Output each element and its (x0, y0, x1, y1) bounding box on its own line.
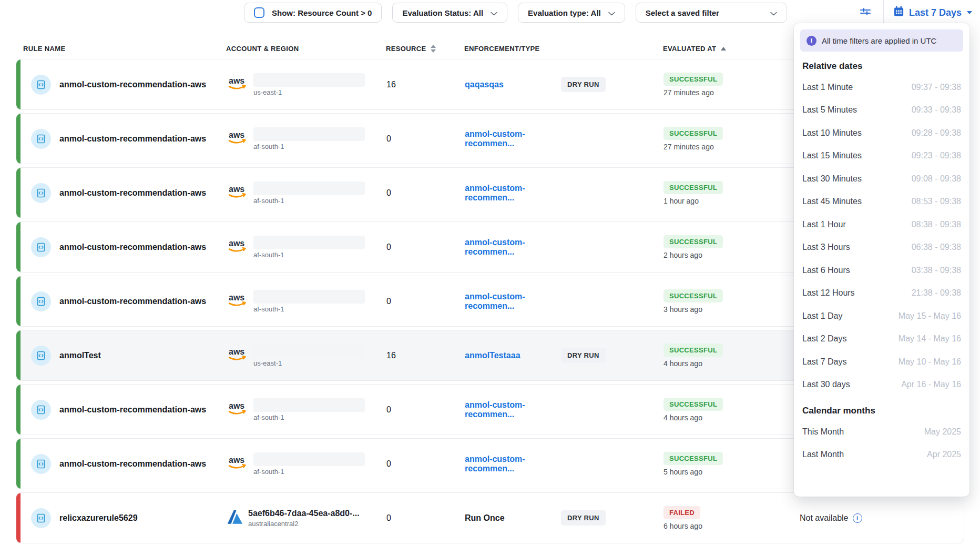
status-badge: SUCCESSFUL (663, 73, 723, 86)
account-id-redacted (253, 398, 365, 412)
relative-date-option[interactable]: Last 3 Hours 06:38 - 09:38 (794, 236, 969, 259)
azure-logo-icon (227, 509, 243, 528)
rule-name: anmol-custom-recommendation-aws (59, 59, 206, 109)
row-status-accent-bar (16, 168, 21, 218)
enforcement-link[interactable]: anmol-custom-recommen... (465, 400, 561, 419)
column-header-resource[interactable]: RESOURCE (386, 45, 436, 53)
column-header-enforcement-type: ENFORCEMENT/TYPE (464, 45, 540, 53)
saved-filter-select[interactable]: Select a saved filter (636, 3, 787, 23)
option-label: Last 6 Hours (802, 266, 850, 275)
row-status-accent-bar (16, 114, 21, 164)
dry-run-badge: DRY RUN (561, 510, 606, 526)
account-region-cell: aws af-south-1 (227, 276, 365, 326)
resource-count: 0 (386, 114, 391, 164)
utc-note-banner: i All time filters are applied in UTC (800, 29, 963, 52)
option-range: 06:38 - 09:38 (912, 243, 961, 252)
option-label: Last 1 Minute (802, 83, 853, 92)
rule-icon (31, 454, 51, 474)
enforcement-link[interactable]: anmol-custom-recommen... (465, 238, 561, 257)
chevron-down-icon (608, 8, 615, 17)
status-badge: SUCCESSFUL (663, 235, 723, 248)
dry-run-badge: DRY RUN (561, 348, 606, 363)
option-label: Last 30 days (802, 380, 850, 389)
relative-date-option[interactable]: Last 30 days Apr 16 - May 16 (794, 374, 969, 397)
account-region: australiacentral2 (248, 520, 360, 528)
rule-icon (31, 400, 51, 420)
relative-date-option[interactable]: Last 45 Minutes 08:53 - 09:38 (794, 190, 969, 214)
column-header-rule-name: RULE NAME (23, 45, 65, 53)
status-badge: FAILED (663, 506, 700, 519)
rule-icon (31, 183, 51, 203)
relative-date-option[interactable]: Last 10 Minutes 09:28 - 09:38 (794, 122, 969, 145)
status-badge: SUCCESSFUL (663, 289, 723, 302)
relative-date-option[interactable]: Last 1 Minute 09:37 - 09:38 (794, 76, 969, 99)
sort-icon[interactable] (431, 45, 436, 53)
account-id-redacted (253, 236, 365, 249)
info-icon: i (807, 36, 816, 46)
calendar-month-option[interactable]: Last Month Apr 2025 (794, 443, 969, 467)
option-label: Last Month (802, 450, 844, 459)
calendar-month-option[interactable]: This Month May 2025 (794, 420, 969, 443)
column-header-account-region: ACCOUNT & REGION (226, 45, 299, 53)
evaluation-status-select[interactable]: Evaluation Status: All (392, 3, 507, 23)
resource-count: 0 (386, 439, 391, 489)
relative-date-option[interactable]: Last 7 Days May 10 - May 16 (794, 350, 969, 374)
resource-count-label: Show: Resource Count > 0 (272, 8, 372, 17)
relative-date-option[interactable]: Last 15 Minutes 09:23 - 09:38 (794, 145, 969, 168)
resource-count: 0 (386, 493, 391, 543)
relative-dates-heading: Relative dates (794, 54, 969, 76)
enforcement-link[interactable]: Run Once (465, 513, 561, 523)
saved-filter-placeholder: Select a saved filter (646, 8, 719, 17)
relative-date-option[interactable]: Last 1 Hour 08:38 - 09:38 (794, 213, 969, 236)
column-header-evaluated-at[interactable]: EVALUATED AT (663, 45, 726, 53)
option-range: May 15 - May 16 (899, 311, 961, 321)
evaluated-time: 5 hours ago (663, 468, 702, 476)
row-status-accent-bar (16, 59, 21, 109)
account-id-redacted (253, 73, 365, 87)
enforcement-link[interactable]: anmol-custom-recommen... (465, 455, 561, 473)
relative-date-option[interactable]: Last 5 Minutes 09:33 - 09:38 (794, 99, 969, 122)
enforcement-link[interactable]: anmolTestaaa (465, 351, 561, 360)
resource-count-checkbox[interactable] (254, 7, 264, 18)
aws-logo-icon: aws (227, 455, 249, 473)
relative-date-option[interactable]: Last 12 Hours 21:38 - 09:38 (794, 282, 969, 305)
option-label: Last 10 Minutes (802, 128, 862, 138)
evaluated-time: 4 hours ago (663, 359, 702, 368)
evaluated-time: 2 hours ago (663, 251, 702, 259)
account-id-redacted (253, 344, 365, 358)
date-range-button[interactable]: Last 7 Days (893, 6, 973, 19)
evaluation-type-select[interactable]: Evaluation type: All (518, 3, 625, 23)
account-id-redacted (253, 181, 365, 195)
svg-text:aws: aws (229, 185, 244, 194)
resource-count: 0 (386, 276, 391, 326)
relative-date-option[interactable]: Last 6 Hours 03:38 - 09:38 (794, 259, 969, 282)
adjust-filters-button[interactable] (857, 3, 874, 22)
show-resource-count-toggle[interactable]: Show: Resource Count > 0 (244, 3, 382, 23)
relative-date-option[interactable]: Last 2 Days May 14 - May 16 (794, 328, 969, 351)
enforcement-link[interactable]: anmol-custom-recommen... (465, 292, 561, 311)
aws-logo-icon: aws (227, 184, 249, 203)
option-range: 21:38 - 09:38 (912, 288, 961, 298)
relative-date-option[interactable]: Last 1 Day May 15 - May 16 (794, 305, 969, 328)
info-icon[interactable]: i (853, 513, 862, 523)
filter-toolbar: Show: Resource Count > 0 Evaluation Stat… (0, 0, 980, 25)
option-label: This Month (802, 427, 844, 437)
evaluated-time: 27 minutes ago (663, 143, 714, 151)
enforcement-link[interactable]: qaqasqas (465, 80, 561, 89)
account-id-redacted (253, 290, 365, 304)
account-id: 5aef6b46-7daa-45ea-a8d0-... (248, 509, 360, 518)
option-range: 09:08 - 09:38 (912, 174, 961, 184)
enforcement-link[interactable]: anmol-custom-recommen... (465, 129, 561, 148)
enforcement-link[interactable]: anmol-custom-recommen... (465, 184, 561, 203)
account-region: af-south-1 (253, 251, 365, 259)
relative-date-option[interactable]: Last 30 Minutes 09:08 - 09:38 (794, 167, 969, 190)
rule-icon (31, 508, 51, 528)
table-row[interactable]: relicxazurerule5629 5aef6b46-7daa-45ea-a… (16, 492, 964, 543)
svg-text:aws: aws (229, 239, 244, 248)
sort-ascending-icon[interactable] (721, 47, 726, 51)
account-region-cell: aws af-south-1 (227, 439, 365, 489)
account-region: us-east-1 (253, 88, 365, 96)
account-region-cell: aws us-east-1 (227, 330, 365, 380)
option-label: Last 45 Minutes (802, 197, 862, 206)
option-label: Last 1 Day (802, 311, 842, 321)
